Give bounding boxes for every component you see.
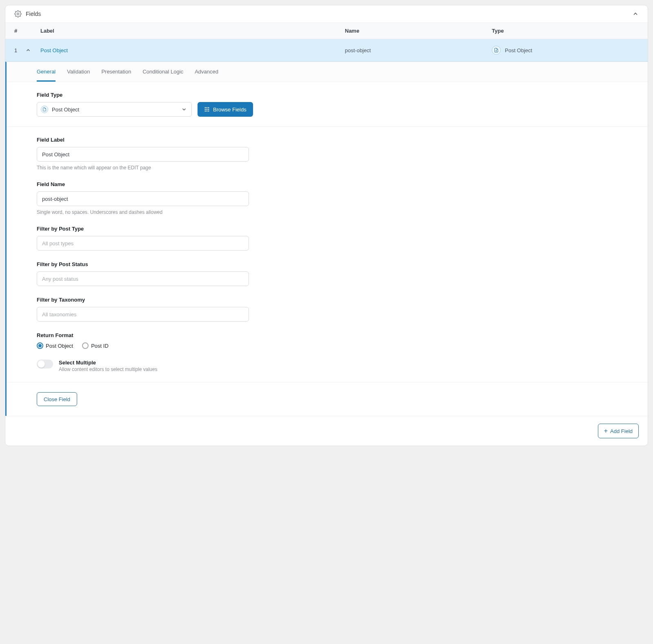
field-name-input[interactable] — [37, 191, 249, 206]
svg-rect-5 — [208, 107, 209, 108]
field-type-value[interactable] — [37, 102, 192, 117]
tab-advanced[interactable]: Advanced — [195, 62, 218, 82]
svg-rect-9 — [205, 111, 206, 111]
col-name-header: Name — [345, 28, 492, 34]
svg-rect-7 — [207, 109, 207, 110]
tab-validation[interactable]: Validation — [67, 62, 90, 82]
field-label-label: Field Label — [37, 137, 617, 143]
columns-header: # Label Name Type — [5, 23, 648, 39]
return-format-post-object[interactable]: Post Object — [37, 342, 73, 349]
add-field-button[interactable]: + Add Field — [598, 424, 639, 438]
row-name: post-object — [345, 47, 371, 53]
filter-post-type-label: Filter by Post Type — [37, 226, 617, 232]
tab-presentation[interactable]: Presentation — [101, 62, 131, 82]
select-multiple-desc: Allow content editors to select multiple… — [59, 366, 157, 372]
svg-rect-6 — [205, 109, 206, 110]
field-type-section: Field Type — [7, 82, 648, 127]
grid-icon — [204, 107, 210, 112]
tab-general[interactable]: General — [37, 62, 56, 82]
fields-gear-icon — [14, 10, 22, 18]
filter-taxonomy-input[interactable] — [37, 307, 249, 322]
svg-rect-3 — [205, 107, 206, 108]
field-label-input[interactable] — [37, 147, 249, 162]
svg-rect-8 — [208, 109, 209, 110]
chevron-down-icon — [181, 107, 187, 112]
browse-fields-button[interactable]: Browse Fields — [198, 102, 253, 117]
field-type-label: Field Type — [37, 92, 617, 98]
field-row[interactable]: 1 Post Object post-object Post Object — [5, 39, 648, 62]
filter-taxonomy-label: Filter by Taxonomy — [37, 297, 617, 303]
select-multiple-toggle[interactable] — [37, 360, 53, 369]
panel-title: Fields — [26, 11, 41, 17]
row-label[interactable]: Post Object — [40, 47, 68, 53]
field-name-label: Field Name — [37, 181, 617, 187]
panel-header: Fields — [5, 5, 648, 23]
row-collapse-icon[interactable] — [25, 47, 33, 53]
return-format-label: Return Format — [37, 332, 617, 338]
field-editor: General Validation Presentation Conditio… — [5, 62, 648, 416]
add-field-label: Add Field — [610, 428, 633, 434]
col-label-header: Label — [40, 28, 345, 34]
filter-post-status-label: Filter by Post Status — [37, 261, 617, 267]
field-type-select[interactable] — [37, 102, 192, 117]
return-format-post-object-label: Post Object — [46, 343, 73, 349]
row-type: Post Object — [492, 46, 639, 55]
fields-panel: Fields # Label Name Type 1 Post Object p… — [5, 5, 648, 446]
field-settings-section: Field Label This is the name which will … — [7, 127, 648, 382]
svg-point-0 — [17, 13, 19, 15]
svg-rect-10 — [207, 111, 207, 111]
plus-icon: + — [604, 428, 608, 434]
return-format-post-id[interactable]: Post ID — [82, 342, 109, 349]
col-num-header: # — [14, 28, 40, 34]
collapse-panel-icon[interactable] — [632, 11, 639, 17]
filter-post-status-input[interactable] — [37, 271, 249, 286]
panel-footer: + Add Field — [5, 416, 648, 446]
editor-tabs: General Validation Presentation Conditio… — [7, 62, 648, 82]
field-label-help: This is the name which will appear on th… — [37, 165, 617, 171]
row-number: 1 — [14, 47, 17, 53]
post-object-icon — [492, 46, 501, 55]
close-field-button[interactable]: Close Field — [37, 392, 77, 406]
post-object-icon — [41, 106, 48, 113]
field-name-help: Single word, no spaces. Underscores and … — [37, 209, 617, 215]
svg-rect-4 — [207, 107, 207, 108]
row-type-label: Post Object — [505, 47, 532, 53]
browse-fields-label: Browse Fields — [213, 107, 247, 113]
svg-rect-11 — [208, 111, 209, 111]
filter-post-type-input[interactable] — [37, 236, 249, 251]
tab-conditional-logic[interactable]: Conditional Logic — [142, 62, 183, 82]
col-type-header: Type — [492, 28, 639, 34]
select-multiple-title: Select Multiple — [59, 360, 157, 366]
return-format-post-id-label: Post ID — [91, 343, 109, 349]
